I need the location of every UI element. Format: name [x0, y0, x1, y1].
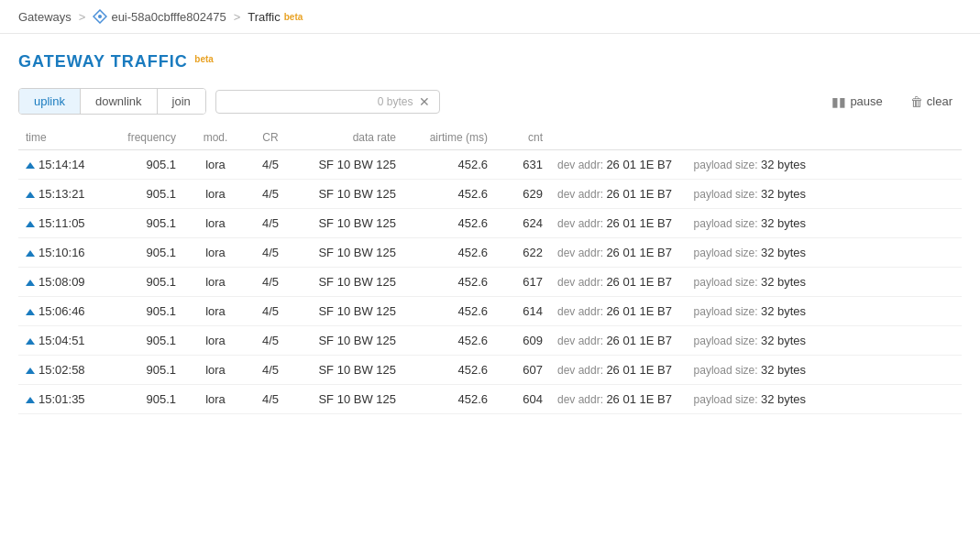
cell-dr: SF 10 BW 125	[293, 180, 403, 209]
dev-addr-label: dev addr:	[557, 364, 606, 377]
cell-time: 15:14:14	[18, 150, 101, 180]
cell-mod: lora	[183, 180, 248, 209]
tab-downlink[interactable]: downlink	[81, 89, 158, 114]
table-row[interactable]: 15:13:21 905.1 lora 4/5 SF 10 BW 125 452…	[18, 180, 962, 209]
breadcrumb-sep-2: >	[234, 10, 241, 24]
cell-airtime: 452.6	[403, 150, 495, 180]
breadcrumb-gateway-id[interactable]: eui-58a0cbfffe802475	[111, 10, 226, 24]
table-container: time frequency mod. CR data rate airtime…	[0, 126, 980, 414]
cell-airtime: 452.6	[403, 180, 495, 209]
payload-value: 32 bytes	[761, 216, 806, 230]
clear-button[interactable]: 🗑 clear	[901, 90, 962, 114]
uplink-arrow-icon	[26, 162, 35, 169]
tab-join[interactable]: join	[158, 89, 205, 114]
cell-freq: 905.1	[101, 150, 183, 180]
cell-mod: lora	[183, 356, 248, 385]
breadcrumb-beta-badge: beta	[284, 12, 303, 22]
cell-info: dev addr: 26 01 1E B7 payload size: 32 b…	[550, 268, 962, 297]
dev-addr-value: 26 01 1E B7	[606, 246, 672, 259]
table-row[interactable]: 15:08:09 905.1 lora 4/5 SF 10 BW 125 452…	[18, 268, 962, 297]
cell-airtime: 452.6	[403, 297, 495, 326]
uplink-arrow-icon	[26, 397, 35, 403]
toolbar: uplink downlink join 0 bytes ✕ ▮▮ pause …	[0, 81, 980, 126]
search-box: 0 bytes ✕	[215, 90, 440, 114]
col-header-cnt: cnt	[495, 126, 550, 150]
uplink-arrow-icon	[26, 250, 35, 257]
cell-airtime: 452.6	[403, 326, 495, 356]
table-row[interactable]: 15:06:46 905.1 lora 4/5 SF 10 BW 125 452…	[18, 297, 962, 326]
search-input[interactable]	[224, 94, 378, 108]
trash-icon: 🗑	[910, 94, 923, 109]
payload-value: 32 bytes	[761, 275, 806, 289]
cell-time: 15:06:46	[18, 297, 101, 326]
table-row[interactable]: 15:14:14 905.1 lora 4/5 SF 10 BW 125 452…	[18, 150, 962, 180]
dev-addr-value: 26 01 1E B7	[606, 392, 672, 406]
payload-value: 32 bytes	[761, 363, 806, 377]
table-row[interactable]: 15:11:05 905.1 lora 4/5 SF 10 BW 125 452…	[18, 209, 962, 238]
payload-label: payload size:	[694, 364, 761, 377]
dev-addr-label: dev addr:	[557, 305, 606, 318]
payload-value: 32 bytes	[761, 158, 806, 171]
pause-label: pause	[850, 94, 882, 108]
page-header: GATEWAY TRAFFIC beta	[0, 34, 980, 81]
dev-addr-label: dev addr:	[557, 217, 606, 230]
col-header-time: time	[18, 126, 101, 150]
table-row[interactable]: 15:02:58 905.1 lora 4/5 SF 10 BW 125 452…	[18, 356, 962, 385]
cell-airtime: 452.6	[403, 209, 495, 238]
cell-airtime: 452.6	[403, 356, 495, 385]
uplink-arrow-icon	[26, 221, 35, 227]
cell-freq: 905.1	[101, 297, 183, 326]
cell-airtime: 452.6	[403, 238, 495, 268]
cell-cr: 4/5	[248, 180, 293, 209]
header-row: time frequency mod. CR data rate airtime…	[18, 126, 962, 150]
cell-dr: SF 10 BW 125	[293, 297, 403, 326]
payload-label: payload size:	[694, 217, 761, 230]
cell-cnt: 617	[495, 268, 550, 297]
cell-time: 15:11:05	[18, 209, 101, 238]
table-row[interactable]: 15:10:16 905.1 lora 4/5 SF 10 BW 125 452…	[18, 238, 962, 268]
payload-value: 32 bytes	[761, 304, 806, 318]
cell-dr: SF 10 BW 125	[293, 150, 403, 180]
payload-label: payload size:	[694, 159, 761, 171]
cell-info: dev addr: 26 01 1E B7 payload size: 32 b…	[550, 209, 962, 238]
cell-info: dev addr: 26 01 1E B7 payload size: 32 b…	[550, 385, 962, 414]
uplink-arrow-icon	[26, 309, 35, 315]
search-hint: 0 bytes	[378, 95, 413, 108]
col-header-data-rate: data rate	[293, 126, 403, 150]
search-clear-button[interactable]: ✕	[417, 94, 432, 109]
col-header-info	[550, 126, 962, 150]
tab-uplink[interactable]: uplink	[19, 89, 81, 114]
page-beta-badge: beta	[194, 54, 214, 64]
clear-label: clear	[927, 94, 952, 108]
cell-cr: 4/5	[248, 268, 293, 297]
col-header-airtime: airtime (ms)	[403, 126, 495, 150]
cell-cnt: 629	[495, 180, 550, 209]
dev-addr-label: dev addr:	[557, 159, 606, 171]
uplink-arrow-icon	[26, 338, 35, 345]
col-header-cr: CR	[248, 126, 293, 150]
table-row[interactable]: 15:04:51 905.1 lora 4/5 SF 10 BW 125 452…	[18, 326, 962, 356]
pause-button[interactable]: ▮▮ pause	[822, 90, 891, 114]
cell-cnt: 631	[495, 150, 550, 180]
col-header-frequency: frequency	[101, 126, 183, 150]
uplink-arrow-icon	[26, 192, 35, 198]
dev-addr-label: dev addr:	[557, 247, 606, 259]
dev-addr-label: dev addr:	[557, 335, 606, 347]
cell-dr: SF 10 BW 125	[293, 356, 403, 385]
table-row[interactable]: 15:01:35 905.1 lora 4/5 SF 10 BW 125 452…	[18, 385, 962, 414]
cell-dr: SF 10 BW 125	[293, 385, 403, 414]
payload-label: payload size:	[694, 305, 761, 318]
payload-value: 32 bytes	[761, 187, 806, 201]
cell-info: dev addr: 26 01 1E B7 payload size: 32 b…	[550, 238, 962, 268]
table-head: time frequency mod. CR data rate airtime…	[18, 126, 962, 150]
breadcrumb-gateways[interactable]: Gateways	[18, 10, 72, 24]
cell-freq: 905.1	[101, 268, 183, 297]
cell-cnt: 614	[495, 297, 550, 326]
dev-addr-label: dev addr:	[557, 393, 606, 406]
cell-cnt: 607	[495, 356, 550, 385]
cell-mod: lora	[183, 385, 248, 414]
dev-addr-value: 26 01 1E B7	[606, 216, 672, 230]
page-title: GATEWAY TRAFFIC	[18, 52, 188, 71]
table-wrapper[interactable]: time frequency mod. CR data rate airtime…	[18, 126, 962, 414]
dev-addr-value: 26 01 1E B7	[606, 334, 672, 347]
